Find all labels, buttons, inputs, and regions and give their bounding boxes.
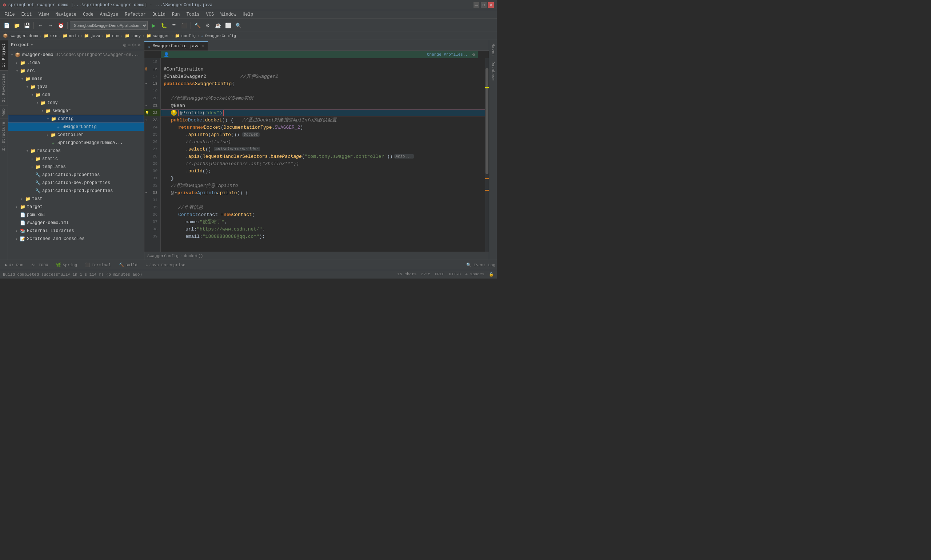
tree-item-scratches[interactable]: ▸ 📝 Scratches and Consoles [8, 235, 144, 243]
open-button[interactable]: 📁 [12, 21, 21, 30]
menu-vcs[interactable]: VCS [203, 11, 217, 18]
bottom-tab-java-enterprise[interactable]: ☕ Java Enterprise [142, 262, 189, 268]
bottom-tab-terminal[interactable]: ⬛ Terminal [82, 262, 115, 268]
status-encoding[interactable]: UTF-8 [449, 272, 461, 277]
menu-edit[interactable]: Edit [18, 11, 35, 18]
breadcrumb-swagger[interactable]: swagger [153, 34, 169, 38]
stop-button[interactable]: ⬛ [180, 21, 188, 30]
vtab-project[interactable]: 1: Project [0, 40, 8, 70]
tree-item-resources[interactable]: ▾ 📁 resources [8, 147, 144, 155]
hint-gutter-icon-22[interactable]: 💡 [145, 111, 149, 115]
menu-build[interactable]: Build [149, 11, 168, 18]
event-log-button[interactable]: 🔍 Event Log [466, 263, 496, 267]
sidebar-close-button[interactable]: ✕ [137, 43, 141, 48]
fold-icon-23[interactable]: ▾ [145, 118, 147, 122]
tree-item-app-prod-properties[interactable]: ▸ 🔧 application-prod.properties [8, 187, 144, 195]
breadcrumb-src[interactable]: src [50, 34, 57, 38]
tree-item-java[interactable]: ▾ 📁 java [8, 83, 144, 91]
maximize-button[interactable]: □ [481, 2, 486, 8]
sidebar-settings-button[interactable]: ⚙ [132, 43, 136, 48]
run-button[interactable]: ▶ [149, 21, 158, 30]
scrollbar-thumb[interactable] [486, 68, 488, 175]
tree-item-target[interactable]: ▸ 📁 target [8, 203, 144, 211]
back-button[interactable]: ← [36, 21, 45, 30]
tree-item-config[interactable]: ▾ 📁 config [8, 115, 144, 123]
close-button[interactable]: ✕ [488, 2, 494, 8]
status-indent[interactable]: 4 spaces [465, 272, 485, 277]
hint-bulb-icon[interactable]: 💡 [171, 110, 177, 115]
settings-profiles-icon[interactable]: ⚙ [472, 52, 475, 57]
vtab-favorites[interactable]: 2: Favorites [0, 70, 8, 105]
menu-analyze[interactable]: Analyze [97, 11, 121, 18]
code-content[interactable]: @Configuration @EnableSwagger2 //开启Swagg… [161, 58, 489, 252]
breadcrumb-main[interactable]: main [69, 34, 78, 38]
vtab-structure[interactable]: Z: Structure [0, 118, 8, 154]
tree-item-springboot-app[interactable]: ▸ ☕ SpringbootSwaggerDemoA... [8, 139, 144, 147]
tree-item-idea[interactable]: ▸ 📁 .idea [8, 59, 144, 67]
bottom-tab-build[interactable]: 🔨 Build [115, 262, 141, 268]
debug-button[interactable]: 🐛 [159, 21, 168, 30]
breadcrumb-swagger-demo[interactable]: swagger-demo [9, 34, 38, 38]
tree-item-test[interactable]: ▸ 📁 test [8, 195, 144, 203]
settings-button[interactable]: ⚙ [203, 21, 212, 30]
status-position[interactable]: 22:5 [421, 272, 430, 277]
breadcrumb-tony[interactable]: tony [131, 34, 141, 38]
menu-help[interactable]: Help [240, 11, 256, 18]
breadcrumb-swaggerconfig[interactable]: SwaggerConfig [205, 34, 236, 38]
sidebar-collapse-button[interactable]: ≡ [128, 43, 131, 48]
status-line-ending[interactable]: CRLF [435, 272, 445, 277]
layout-button[interactable]: ⬜ [224, 21, 232, 30]
menu-file[interactable]: File [2, 11, 18, 18]
menu-run[interactable]: Run [169, 11, 183, 18]
breadcrumb-config[interactable]: config [182, 34, 196, 38]
tree-item-static[interactable]: ▸ 📁 static [8, 155, 144, 163]
sidebar-locate-button[interactable]: ⊕ [123, 43, 126, 48]
tree-item-tony[interactable]: ▾ 📁 tony [8, 99, 144, 107]
tree-item-com[interactable]: ▾ 📁 com [8, 91, 144, 99]
tree-item-controller[interactable]: ▸ 📁 controller [8, 131, 144, 139]
fold-icon-18[interactable]: ▾ [145, 82, 147, 86]
bottom-tab-todo[interactable]: 6: TODO [28, 262, 52, 268]
annotation-fold-icon-16[interactable]: @ [145, 67, 147, 71]
tab-close-button[interactable]: ✕ [202, 44, 204, 48]
tree-item-swaggerconfig[interactable]: ▸ ☕ SwaggerConfig [8, 123, 144, 131]
change-profiles-button[interactable]: Change Profiles... [427, 52, 470, 57]
tree-item-swagger[interactable]: ▾ 📁 swagger [8, 107, 144, 115]
fold-icon-21[interactable]: ▾ [145, 104, 147, 108]
sidebar-dropdown-icon[interactable]: ▾ [31, 43, 33, 47]
vtab-web[interactable]: Web [0, 105, 8, 118]
tree-item-app-dev-properties[interactable]: ▸ 🔧 application-dev.properties [8, 179, 144, 187]
recent-files-button[interactable]: ⏰ [56, 21, 65, 30]
vtab-database[interactable]: Database [489, 59, 497, 83]
minimize-button[interactable]: — [474, 2, 479, 8]
bottom-tab-spring[interactable]: 🌿 Spring [52, 262, 81, 268]
editor-breadcrumb-docket[interactable]: docket() [184, 254, 203, 258]
breadcrumb-com[interactable]: com [112, 34, 119, 38]
tree-item-pom[interactable]: ▸ 📄 pom.xml [8, 211, 144, 219]
new-file-button[interactable]: 📄 [2, 21, 11, 30]
editor-breadcrumb-swaggerconfig[interactable]: SwaggerConfig [147, 254, 179, 258]
menu-window[interactable]: Window [217, 11, 239, 18]
menu-view[interactable]: View [35, 11, 52, 18]
tab-swaggerconfig[interactable]: ☕ SwaggerConfig.java ✕ [145, 41, 208, 51]
breadcrumb-java[interactable]: java [91, 34, 100, 38]
forward-button[interactable]: → [46, 21, 55, 30]
menu-refactor[interactable]: Refactor [122, 11, 149, 18]
tree-item-iml[interactable]: ▸ 📄 swagger-demo.iml [8, 219, 144, 227]
menu-tools[interactable]: Tools [184, 11, 203, 18]
tree-item-app-properties[interactable]: ▸ 🔧 application.properties [8, 171, 144, 179]
run-coverage-button[interactable]: ☂ [169, 21, 178, 30]
bottom-tab-run[interactable]: ▶ 4: Run [2, 262, 27, 268]
tree-item-ext-libs[interactable]: ▸ 📚 External Libraries [8, 227, 144, 235]
sdk-button[interactable]: ☕ [214, 21, 222, 30]
menu-code[interactable]: Code [80, 11, 96, 18]
tree-item-templates[interactable]: ▸ 📁 templates [8, 163, 144, 171]
build-button[interactable]: 🔨 [193, 21, 202, 30]
fold-icon-33[interactable]: ▾ [145, 191, 147, 195]
tree-item-src[interactable]: ▾ 📁 src [8, 67, 144, 75]
vtab-maven[interactable]: Maven [489, 42, 497, 58]
menu-navigate[interactable]: Navigate [52, 11, 79, 18]
run-configuration-selector[interactable]: SpringbootSwaggerDemoApplication [70, 21, 148, 30]
tree-item-main[interactable]: ▾ 📁 main [8, 75, 144, 83]
search-everywhere-button[interactable]: 🔍 [234, 21, 243, 30]
